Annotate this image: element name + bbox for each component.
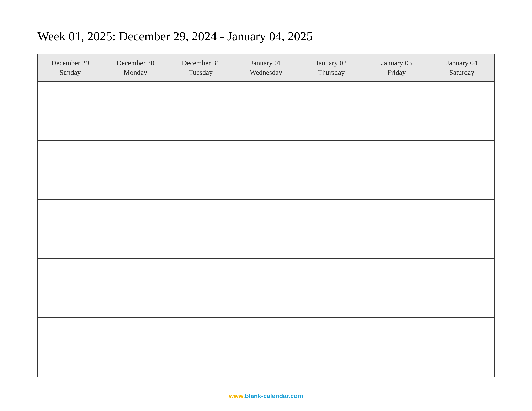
calendar-cell[interactable] [103,332,168,347]
calendar-cell[interactable] [299,288,364,303]
calendar-cell[interactable] [168,362,233,376]
calendar-cell[interactable] [103,141,168,155]
calendar-cell[interactable] [38,185,103,200]
calendar-cell[interactable] [103,347,168,362]
calendar-cell[interactable] [299,244,364,258]
calendar-cell[interactable] [364,155,429,170]
calendar-cell[interactable] [168,303,233,317]
calendar-cell[interactable] [103,288,168,303]
calendar-cell[interactable] [233,347,299,362]
calendar-cell[interactable] [364,111,429,126]
calendar-cell[interactable] [233,141,299,155]
calendar-cell[interactable] [429,81,494,96]
calendar-cell[interactable] [233,229,299,244]
calendar-cell[interactable] [233,170,299,185]
calendar-cell[interactable] [38,273,103,288]
calendar-cell[interactable] [103,200,168,214]
calendar-cell[interactable] [299,200,364,214]
calendar-cell[interactable] [233,258,299,273]
calendar-cell[interactable] [429,229,494,244]
calendar-cell[interactable] [233,317,299,332]
calendar-cell[interactable] [364,229,429,244]
calendar-cell[interactable] [299,81,364,96]
calendar-cell[interactable] [103,244,168,258]
calendar-cell[interactable] [429,126,494,141]
calendar-cell[interactable] [364,170,429,185]
calendar-cell[interactable] [299,126,364,141]
calendar-cell[interactable] [103,229,168,244]
calendar-cell[interactable] [429,347,494,362]
calendar-cell[interactable] [168,332,233,347]
calendar-cell[interactable] [38,347,103,362]
calendar-cell[interactable] [429,332,494,347]
calendar-cell[interactable] [364,362,429,376]
calendar-cell[interactable] [364,273,429,288]
calendar-cell[interactable] [103,126,168,141]
calendar-cell[interactable] [103,111,168,126]
calendar-cell[interactable] [168,126,233,141]
calendar-cell[interactable] [168,288,233,303]
calendar-cell[interactable] [168,141,233,155]
calendar-cell[interactable] [168,244,233,258]
calendar-cell[interactable] [299,155,364,170]
calendar-cell[interactable] [429,155,494,170]
calendar-cell[interactable] [299,258,364,273]
calendar-cell[interactable] [429,214,494,229]
calendar-cell[interactable] [168,81,233,96]
calendar-cell[interactable] [168,170,233,185]
calendar-cell[interactable] [429,111,494,126]
calendar-cell[interactable] [233,185,299,200]
calendar-cell[interactable] [364,317,429,332]
calendar-cell[interactable] [38,317,103,332]
calendar-cell[interactable] [168,317,233,332]
calendar-cell[interactable] [299,347,364,362]
calendar-cell[interactable] [364,126,429,141]
calendar-cell[interactable] [38,258,103,273]
calendar-cell[interactable] [233,288,299,303]
calendar-cell[interactable] [103,185,168,200]
calendar-cell[interactable] [429,303,494,317]
calendar-cell[interactable] [38,141,103,155]
calendar-cell[interactable] [429,362,494,376]
calendar-cell[interactable] [103,214,168,229]
calendar-cell[interactable] [168,185,233,200]
calendar-cell[interactable] [38,229,103,244]
calendar-cell[interactable] [233,126,299,141]
calendar-cell[interactable] [429,244,494,258]
calendar-cell[interactable] [233,214,299,229]
calendar-cell[interactable] [429,288,494,303]
calendar-cell[interactable] [233,155,299,170]
calendar-cell[interactable] [364,214,429,229]
calendar-cell[interactable] [429,317,494,332]
calendar-cell[interactable] [299,303,364,317]
calendar-cell[interactable] [38,81,103,96]
calendar-cell[interactable] [38,200,103,214]
calendar-cell[interactable] [364,244,429,258]
calendar-cell[interactable] [103,96,168,111]
calendar-cell[interactable] [38,155,103,170]
calendar-cell[interactable] [38,111,103,126]
calendar-cell[interactable] [168,214,233,229]
calendar-cell[interactable] [364,200,429,214]
calendar-cell[interactable] [233,273,299,288]
calendar-cell[interactable] [168,155,233,170]
calendar-cell[interactable] [103,155,168,170]
calendar-cell[interactable] [299,96,364,111]
calendar-cell[interactable] [103,170,168,185]
calendar-cell[interactable] [233,332,299,347]
calendar-cell[interactable] [233,81,299,96]
calendar-cell[interactable] [38,214,103,229]
calendar-cell[interactable] [38,170,103,185]
calendar-cell[interactable] [168,258,233,273]
calendar-cell[interactable] [168,111,233,126]
calendar-cell[interactable] [364,141,429,155]
calendar-cell[interactable] [233,244,299,258]
calendar-cell[interactable] [364,303,429,317]
calendar-cell[interactable] [233,303,299,317]
calendar-cell[interactable] [38,288,103,303]
calendar-cell[interactable] [299,332,364,347]
calendar-cell[interactable] [38,362,103,376]
calendar-cell[interactable] [299,170,364,185]
calendar-cell[interactable] [299,273,364,288]
calendar-cell[interactable] [364,96,429,111]
